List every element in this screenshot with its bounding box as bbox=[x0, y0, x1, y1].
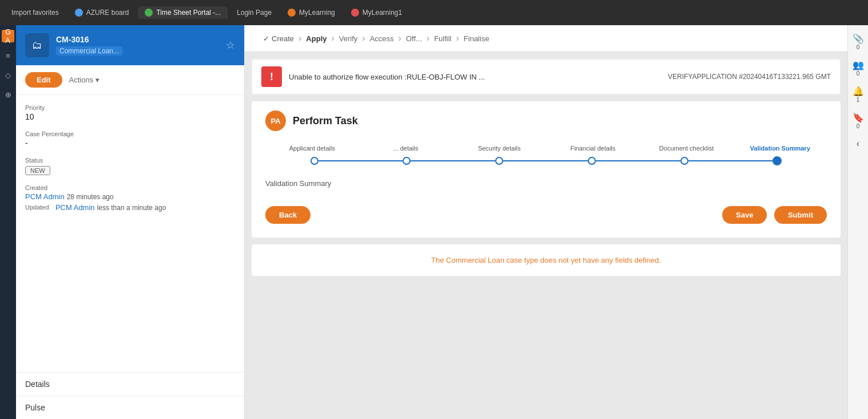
tab-azure-label: AZURE board bbox=[86, 9, 129, 17]
sidebar-pulse-section[interactable]: Pulse bbox=[16, 396, 244, 419]
prog-dot-1 bbox=[310, 157, 318, 165]
icon-bar-home[interactable]: GA bbox=[2, 30, 14, 42]
sidebar-case-avatar: 🗂 bbox=[25, 33, 49, 57]
updated-by-link[interactable]: PCM Admin bbox=[55, 203, 95, 212]
sidebar-details-section[interactable]: Details bbox=[16, 372, 244, 396]
prog-dot-4 bbox=[588, 157, 596, 165]
updated-row: Updated PCM Admin less than a minute ago bbox=[25, 203, 235, 212]
step-fulfill-label: Fulfill bbox=[434, 34, 451, 43]
icon-bar-item-4[interactable]: ⊕ bbox=[2, 88, 14, 101]
back-button[interactable]: Back bbox=[265, 206, 310, 224]
right-icon-attach[interactable]: 📎 0 bbox=[850, 30, 866, 54]
step-label-security: Security details bbox=[452, 145, 546, 152]
right-buttons: Save Submit bbox=[722, 206, 827, 224]
info-panel-message: The Commercial Loan case type does not y… bbox=[263, 256, 829, 264]
prog-dot-2 bbox=[403, 157, 411, 165]
tab-mylearning[interactable]: MyLearning bbox=[281, 6, 342, 19]
step-finalise[interactable]: Finalise bbox=[464, 34, 489, 43]
group-icon: 👥 bbox=[853, 60, 864, 70]
tab-favorites-label: Import favorites bbox=[11, 9, 59, 17]
status-label: Status bbox=[25, 157, 235, 164]
step-access-label: Access bbox=[370, 34, 394, 43]
prog-dot-5 bbox=[680, 157, 688, 165]
azure-tab-icon bbox=[75, 9, 83, 17]
tab-mylearning1[interactable]: MyLearning1 bbox=[344, 6, 409, 19]
tab-mylearning-label: MyLearning bbox=[299, 9, 335, 17]
right-icon-group[interactable]: 👥 0 bbox=[850, 56, 866, 80]
created-by-link[interactable]: PCM Admin bbox=[25, 192, 65, 201]
step-fulfill[interactable]: Fulfill bbox=[434, 34, 451, 43]
step-verify[interactable]: Verify bbox=[339, 34, 358, 43]
priority-value: 10 bbox=[25, 112, 235, 121]
case-percentage-value: - bbox=[25, 139, 235, 148]
right-icon-collapse[interactable]: ‹ bbox=[850, 135, 866, 152]
tab-azure[interactable]: AZURE board bbox=[68, 6, 136, 19]
step-label-document: Document checklist bbox=[640, 145, 734, 152]
tab-timesheet-label: Time Sheet Portal -... bbox=[156, 9, 221, 17]
alert-exclamation: ! bbox=[270, 71, 273, 83]
prog-line-4 bbox=[596, 160, 680, 161]
step-bar: ✓ Create › Apply › Verify › Access › Off… bbox=[245, 25, 847, 52]
right-icon-bar: 📎 0 👥 0 🔔 1 🔖 0 ‹ bbox=[847, 25, 868, 419]
case-percentage-label: Case Percentage bbox=[25, 131, 235, 137]
timesheet-tab-icon bbox=[145, 9, 153, 17]
step-access[interactable]: Access bbox=[370, 34, 394, 43]
step-arrow-5: › bbox=[427, 33, 429, 44]
sidebar-fields: Priority 10 Case Percentage - Status NEW… bbox=[16, 95, 244, 372]
progress-dots-row bbox=[265, 156, 827, 165]
icon-bar-item-3[interactable]: ◇ bbox=[2, 69, 14, 81]
group-badge: 0 bbox=[857, 70, 860, 77]
attach-badge: 0 bbox=[857, 44, 860, 50]
step-verify-label: Verify bbox=[339, 34, 358, 43]
bell-badge: 1 bbox=[857, 97, 860, 103]
submit-button[interactable]: Submit bbox=[774, 206, 827, 224]
alert-banner: ! Unable to authorize flow execution :RU… bbox=[252, 59, 841, 94]
perform-task-title: Perform Task bbox=[293, 115, 358, 127]
step-label-validation: Validation Summary bbox=[733, 145, 827, 152]
step-apply[interactable]: Apply bbox=[306, 34, 327, 43]
step-check-icon: ✓ bbox=[263, 34, 269, 43]
collapse-icon: ‹ bbox=[857, 139, 859, 149]
save-button[interactable]: Save bbox=[722, 206, 767, 224]
perform-task-header: PA Perform Task bbox=[265, 110, 827, 131]
step-create-label: Create bbox=[272, 34, 294, 43]
sidebar-header: 🗂 CM-3016 Commercial Loan... ☆ bbox=[16, 25, 244, 65]
priority-field: Priority 10 bbox=[25, 104, 235, 121]
right-icon-bell[interactable]: 🔔 1 bbox=[850, 82, 866, 106]
right-icon-bookmark[interactable]: 🔖 0 bbox=[850, 109, 866, 133]
progress-labels-row: Applicant details ... details Security d… bbox=[265, 145, 827, 152]
created-row: PCM Admin 28 minutes ago bbox=[25, 192, 235, 201]
prog-line-5 bbox=[688, 160, 773, 161]
edit-button[interactable]: Edit bbox=[25, 72, 62, 88]
bell-icon: 🔔 bbox=[853, 86, 864, 97]
bookmark-badge: 0 bbox=[857, 123, 860, 129]
icon-bar-item-2[interactable]: ≡ bbox=[2, 49, 14, 62]
step-offer-label: Off... bbox=[406, 34, 422, 43]
step-arrow-6: › bbox=[456, 33, 459, 44]
step-create[interactable]: ✓ Create bbox=[263, 34, 294, 43]
tab-login[interactable]: Login Page bbox=[230, 6, 278, 19]
info-panel: The Commercial Loan case type does not y… bbox=[252, 244, 841, 276]
priority-label: Priority bbox=[25, 104, 235, 111]
tab-login-label: Login Page bbox=[237, 9, 272, 17]
step-apply-label: Apply bbox=[306, 34, 327, 43]
attach-icon: 📎 bbox=[853, 33, 864, 44]
tab-favorites[interactable]: Import favorites bbox=[5, 6, 66, 19]
tab-timesheet[interactable]: Time Sheet Portal -... bbox=[138, 6, 228, 19]
step-arrow-3: › bbox=[362, 33, 365, 44]
alert-message: Unable to authorize flow execution :RULE… bbox=[289, 73, 661, 81]
browser-tab-bar: Import favorites AZURE board Time Sheet … bbox=[0, 0, 868, 25]
prog-line-2 bbox=[411, 160, 495, 161]
sidebar-actions-bar: Edit Actions ▾ bbox=[16, 65, 244, 95]
created-field: Created PCM Admin 28 minutes ago Updated… bbox=[25, 184, 235, 212]
updated-label: Updated bbox=[25, 204, 49, 211]
step-offer[interactable]: Off... bbox=[406, 34, 422, 43]
sidebar-star-icon[interactable]: ☆ bbox=[226, 39, 235, 52]
actions-chevron-icon: ▾ bbox=[95, 76, 99, 84]
step-label-address: ... details bbox=[359, 145, 453, 152]
details-label: Details bbox=[25, 380, 50, 389]
actions-label: Actions bbox=[69, 76, 94, 84]
actions-dropdown[interactable]: Actions ▾ bbox=[69, 76, 100, 84]
prog-dot-3 bbox=[495, 157, 503, 165]
step-label-financial: Financial details bbox=[546, 145, 640, 152]
